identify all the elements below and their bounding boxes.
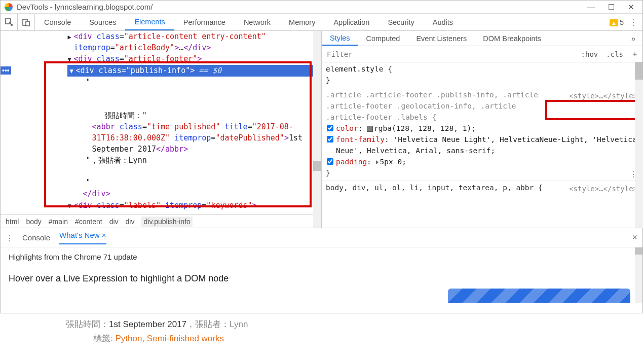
subtab-dom-breakpoints[interactable]: DOM Breakpoints [475, 31, 549, 46]
styles-scrollbar[interactable] [635, 62, 643, 228]
new-style-rule-button[interactable]: ＋ [627, 50, 642, 59]
publish-date: 1st September 2017 [109, 319, 186, 329]
dom-breadcrumbs: html body #main #content div div div.pub… [1, 214, 321, 228]
drawer-tab-whatsnew[interactable]: What's New × [59, 231, 106, 244]
rule2-source-link[interactable]: <style>…</style> [569, 183, 637, 194]
tags-label: 標籤: [93, 334, 115, 343]
dom-scrollbar[interactable] [313, 31, 321, 228]
author-label: ，張貼者： [186, 319, 230, 329]
page-content: 張貼時間：1st September 2017，張貼者：Lynn 標籤: Pyt… [0, 313, 644, 346]
tab-performance[interactable]: Performance [174, 14, 235, 30]
toolbar-more-icon[interactable]: ⋮ [630, 18, 637, 26]
tab-application[interactable]: Application [324, 14, 378, 30]
drawer-tab-console[interactable]: Console [22, 233, 50, 242]
dom-tree[interactable]: ▶<div class="article-content entry-conte… [1, 31, 321, 214]
subtab-styles[interactable]: Styles [322, 31, 358, 46]
crumb-div[interactable]: div [109, 218, 119, 226]
window-title: DevTools - lynncslearning.blogspot.com/ [17, 3, 587, 11]
whatsnew-scrollbar[interactable] [635, 247, 642, 303]
rule-source-link[interactable]: <style>…</style> [569, 90, 637, 101]
tag-python[interactable]: Python [115, 334, 142, 343]
window-maximize-button[interactable]: ☐ [608, 3, 615, 12]
tab-console[interactable]: Console [35, 14, 80, 30]
whatsnew-illustration [448, 289, 630, 303]
crumb-main[interactable]: #main [49, 218, 68, 226]
prop-font-enable[interactable] [327, 136, 333, 142]
crumb-html[interactable]: html [6, 218, 19, 226]
chrome-icon [5, 3, 13, 11]
publish-time-label: 張貼時間： [66, 319, 109, 329]
styles-filter-input[interactable] [322, 50, 577, 58]
inspect-element-icon[interactable] [1, 14, 18, 30]
crumb-selected[interactable]: div.publish-info [141, 217, 192, 227]
prop-color-enable[interactable] [327, 125, 333, 131]
expand-shorthand-icon[interactable] [376, 160, 378, 164]
styles-pane[interactable]: element.style { } <style>…</style> .arti… [322, 62, 642, 228]
color-swatch-icon[interactable] [367, 126, 373, 132]
hov-toggle[interactable]: :hov [577, 50, 602, 58]
tab-elements[interactable]: Elements [125, 14, 174, 30]
tab-audits[interactable]: Audits [424, 14, 462, 30]
prop-color[interactable]: color: rgba(128, 128, 128, 1); [326, 123, 638, 134]
tab-sources[interactable]: Sources [80, 14, 125, 30]
tab-memory[interactable]: Memory [280, 14, 324, 30]
tab-network[interactable]: Network [235, 14, 280, 30]
subtab-event-listeners[interactable]: Event Listeners [408, 31, 475, 46]
whatsnew-heading: Highlights from the Chrome 71 update [9, 253, 634, 261]
whatsnew-tip: Hover over a Live Expression to highligh… [9, 273, 634, 284]
prop-padding[interactable]: padding: 5px 0; [326, 156, 638, 167]
element-style-selector[interactable]: element.style { [326, 63, 638, 75]
crumb-div2[interactable]: div [126, 218, 135, 226]
drawer-more-icon[interactable]: ⋮ [6, 233, 13, 242]
subtabs-more-icon[interactable]: » [624, 34, 642, 43]
crumb-content[interactable]: #content [75, 218, 102, 226]
window-close-button[interactable]: ✕ [628, 3, 634, 12]
prop-font-family[interactable]: font-family: 'Helvetica Neue Light', Hel… [326, 134, 638, 156]
prop-padding-enable[interactable] [327, 158, 333, 165]
window-minimize-button[interactable]: — [587, 3, 595, 12]
tag-semi-finished-works[interactable]: Semi-finished works [147, 334, 224, 343]
drawer-close-button[interactable]: × [632, 232, 637, 243]
device-toolbar-icon[interactable] [18, 14, 35, 30]
crumb-body[interactable]: body [26, 218, 41, 226]
subtab-computed[interactable]: Computed [358, 31, 408, 46]
author-name: Lynn [230, 319, 248, 329]
cls-toggle[interactable]: .cls [602, 50, 627, 58]
close-tab-icon[interactable]: × [102, 231, 106, 239]
svg-rect-2 [26, 21, 29, 26]
warnings-badge[interactable]: ▲5 [610, 18, 624, 26]
tab-security[interactable]: Security [378, 14, 423, 30]
